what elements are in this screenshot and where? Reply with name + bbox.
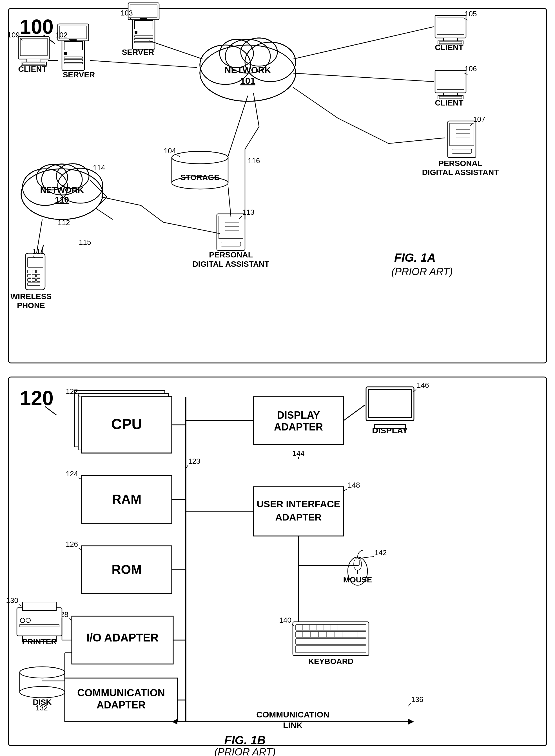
svg-rect-153 bbox=[8, 377, 547, 746]
svg-point-98 bbox=[24, 170, 67, 204]
svg-text:CPU: CPU bbox=[111, 416, 142, 432]
svg-text:106: 106 bbox=[465, 64, 477, 73]
svg-rect-157 bbox=[75, 390, 165, 447]
svg-point-5 bbox=[245, 42, 296, 82]
svg-text:STORAGE: STORAGE bbox=[180, 173, 219, 182]
svg-rect-129 bbox=[32, 274, 36, 277]
svg-text:MOUSE: MOUSE bbox=[343, 575, 372, 584]
svg-point-105 bbox=[58, 168, 103, 203]
svg-text:CLIENT: CLIENT bbox=[18, 65, 46, 74]
svg-line-179 bbox=[62, 680, 65, 682]
svg-text:104: 104 bbox=[164, 147, 176, 155]
svg-line-81 bbox=[470, 124, 472, 126]
svg-text:DISPLAY: DISPLAY bbox=[277, 409, 320, 421]
svg-rect-133 bbox=[37, 279, 40, 281]
svg-rect-50 bbox=[21, 62, 46, 65]
svg-line-214 bbox=[357, 557, 374, 559]
svg-rect-202 bbox=[253, 487, 344, 536]
svg-line-174 bbox=[69, 618, 72, 620]
svg-rect-23 bbox=[132, 18, 155, 49]
svg-rect-126 bbox=[32, 270, 36, 273]
svg-text:136: 136 bbox=[411, 695, 423, 704]
svg-line-200 bbox=[413, 389, 416, 392]
svg-text:SERVER: SERVER bbox=[63, 70, 95, 79]
svg-rect-36 bbox=[64, 42, 83, 50]
svg-rect-65 bbox=[443, 93, 458, 96]
svg-rect-211 bbox=[356, 560, 359, 566]
svg-text:FIG. 1A: FIG. 1A bbox=[394, 251, 436, 264]
svg-text:146: 146 bbox=[417, 381, 429, 389]
svg-rect-175 bbox=[65, 678, 177, 722]
svg-text:122: 122 bbox=[66, 387, 78, 395]
svg-rect-194 bbox=[366, 387, 414, 421]
svg-rect-28 bbox=[135, 41, 153, 43]
svg-point-87 bbox=[172, 151, 228, 164]
svg-line-143 bbox=[293, 73, 434, 82]
svg-point-4 bbox=[200, 45, 251, 84]
svg-rect-171 bbox=[72, 616, 173, 664]
svg-rect-72 bbox=[450, 123, 474, 146]
svg-rect-66 bbox=[438, 96, 463, 99]
svg-rect-124 bbox=[28, 257, 43, 267]
svg-rect-218 bbox=[296, 625, 366, 630]
svg-rect-134 bbox=[28, 283, 40, 286]
svg-point-15 bbox=[200, 45, 296, 101]
svg-text:100: 100 bbox=[20, 15, 53, 38]
svg-rect-112 bbox=[219, 216, 243, 239]
svg-rect-30 bbox=[130, 5, 157, 18]
svg-text:128: 128 bbox=[56, 610, 69, 619]
svg-text:PRINTER: PRINTER bbox=[22, 637, 57, 646]
svg-line-201 bbox=[344, 405, 365, 421]
svg-text:NETWORK: NETWORK bbox=[224, 65, 271, 75]
svg-line-54 bbox=[20, 39, 23, 40]
svg-rect-195 bbox=[369, 389, 412, 418]
svg-line-70 bbox=[464, 73, 467, 75]
svg-rect-122 bbox=[25, 253, 45, 290]
svg-point-9 bbox=[201, 46, 294, 100]
svg-rect-40 bbox=[64, 62, 83, 64]
svg-rect-127 bbox=[37, 270, 40, 273]
svg-line-251 bbox=[19, 604, 22, 606]
svg-line-206 bbox=[344, 489, 347, 491]
svg-rect-48 bbox=[20, 38, 47, 56]
svg-line-162 bbox=[79, 395, 80, 397]
svg-text:116: 116 bbox=[248, 156, 260, 165]
svg-text:123: 123 bbox=[188, 457, 200, 465]
svg-text:(PRIOR ART): (PRIOR ART) bbox=[214, 746, 276, 756]
svg-point-95 bbox=[37, 164, 68, 190]
svg-point-86 bbox=[172, 177, 228, 189]
svg-line-146 bbox=[37, 220, 42, 253]
svg-rect-38 bbox=[64, 57, 83, 58]
svg-rect-125 bbox=[28, 270, 31, 273]
svg-rect-131 bbox=[28, 279, 31, 281]
svg-point-102 bbox=[57, 165, 88, 187]
svg-point-18 bbox=[225, 39, 270, 73]
svg-point-7 bbox=[220, 39, 253, 67]
svg-rect-42 bbox=[60, 26, 87, 39]
svg-point-93 bbox=[58, 168, 103, 203]
svg-line-90 bbox=[177, 155, 180, 157]
svg-rect-41 bbox=[58, 24, 89, 41]
svg-rect-37 bbox=[64, 52, 67, 55]
svg-point-96 bbox=[56, 164, 89, 189]
svg-line-145 bbox=[228, 187, 231, 217]
svg-line-121 bbox=[239, 217, 242, 219]
svg-rect-51 bbox=[23, 63, 45, 65]
svg-rect-156 bbox=[82, 397, 172, 453]
svg-text:107: 107 bbox=[473, 115, 485, 124]
svg-text:101: 101 bbox=[240, 76, 255, 86]
svg-rect-248 bbox=[20, 625, 59, 627]
fig1b-svg: 120 CPU 122 RAM 124 ROM 126 I/O ADAPTER … bbox=[0, 369, 555, 756]
svg-point-17 bbox=[245, 42, 296, 82]
svg-rect-128 bbox=[28, 274, 31, 277]
svg-point-3 bbox=[200, 45, 296, 101]
svg-point-104 bbox=[23, 169, 68, 205]
svg-rect-159 bbox=[82, 397, 172, 453]
full-diagram: 100 NETWORK 101 bbox=[0, 0, 555, 756]
svg-text:142: 142 bbox=[375, 548, 387, 557]
svg-rect-158 bbox=[78, 394, 168, 450]
svg-text:DISK: DISK bbox=[33, 698, 52, 706]
svg-text:120: 120 bbox=[20, 387, 53, 409]
svg-text:NETWORK: NETWORK bbox=[40, 185, 84, 194]
svg-text:130: 130 bbox=[6, 596, 18, 605]
